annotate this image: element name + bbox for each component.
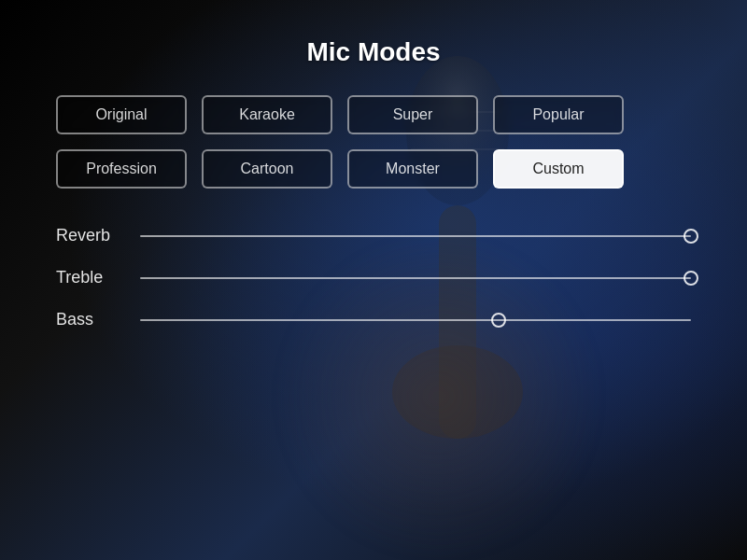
mode-btn-super[interactable]: Super	[347, 95, 478, 134]
sliders-section: Reverb Treble Bass	[56, 226, 691, 329]
mode-btn-profession[interactable]: Profession	[56, 149, 187, 189]
reverb-label: Reverb	[56, 226, 121, 245]
treble-row: Treble	[56, 268, 691, 287]
reverb-row: Reverb	[56, 226, 691, 245]
bass-row: Bass	[56, 310, 691, 329]
reverb-track-container	[140, 227, 691, 245]
mode-grid: Original Karaoke Super Popular Professio…	[56, 95, 624, 189]
mode-btn-karaoke[interactable]: Karaoke	[202, 95, 332, 134]
mode-row-1: Original Karaoke Super Popular	[56, 95, 624, 134]
mode-btn-custom[interactable]: Custom	[493, 149, 624, 189]
treble-label: Treble	[56, 268, 121, 287]
bass-label: Bass	[56, 310, 121, 329]
mode-btn-popular[interactable]: Popular	[493, 95, 624, 134]
mode-row-2: Profession Cartoon Monster Custom	[56, 149, 624, 189]
mode-btn-monster[interactable]: Monster	[347, 149, 478, 189]
bass-track-container	[140, 311, 691, 329]
treble-track-container	[140, 269, 691, 287]
main-content: Mic Modes Original Karaoke Super Popular…	[0, 0, 747, 560]
mode-btn-original[interactable]: Original	[56, 95, 187, 134]
page-title: Mic Modes	[306, 37, 440, 67]
mode-btn-cartoon[interactable]: Cartoon	[202, 149, 332, 189]
